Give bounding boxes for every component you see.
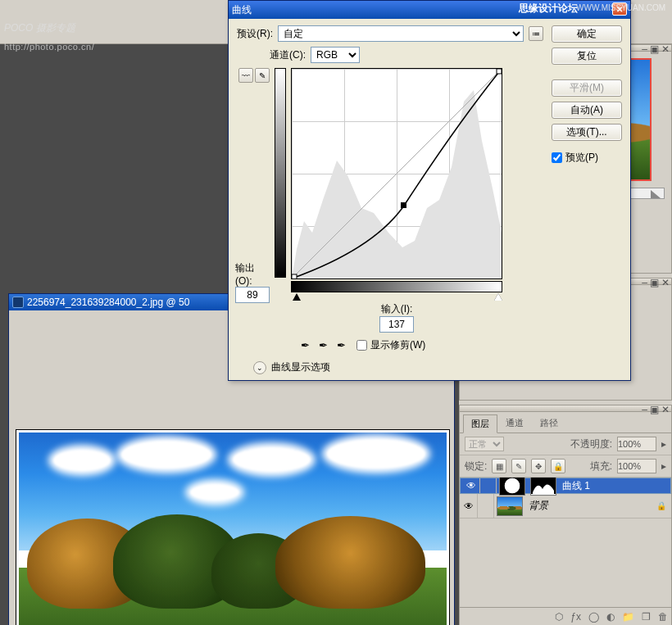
eye-icon: 👁 xyxy=(466,480,476,491)
output-gradient xyxy=(275,68,286,278)
landscape-image xyxy=(19,433,447,625)
tab-channels[interactable]: 通道 xyxy=(497,414,532,433)
dialog-title: 曲线 xyxy=(232,3,252,17)
display-options-label: 曲线显示选项 xyxy=(271,360,330,374)
layer-list: 👁 曲线 1 👁 背景 🔒 xyxy=(460,478,671,609)
preset-label: 预设(R): xyxy=(237,27,273,41)
pencil-tool-icon[interactable]: ✎ xyxy=(255,68,270,83)
curves-dialog[interactable]: 曲线 ✕ 预设(R): 自定 ≔ 通道(C): RGB 〰 ✎ xyxy=(228,0,631,381)
input-label: 输入(I): xyxy=(381,302,413,316)
mask-icon[interactable]: ◯ xyxy=(588,611,599,623)
black-point-handle[interactable] xyxy=(293,293,301,301)
adjustment-icon[interactable]: ◐ xyxy=(606,611,615,623)
mask-thumb xyxy=(530,478,556,496)
app-root: POCO 摄影专题 http://photo.poco.cn/ 思缘设计论坛 W… xyxy=(0,0,672,625)
options-button[interactable]: 选项(T)... xyxy=(552,124,622,141)
output-input[interactable] xyxy=(235,287,270,303)
doc-title: 2256974_231639284000_2.jpg @ 50 xyxy=(27,297,189,308)
doc-icon xyxy=(12,297,24,308)
curve-tool-icon[interactable]: 〰 xyxy=(238,68,253,83)
black-dropper-icon[interactable]: ✒ xyxy=(297,337,312,352)
svg-rect-3 xyxy=(292,274,297,279)
layers-panel[interactable]: –▣✕ 图层 通道 路径 正常 不透明度: ▸ 锁定: ▦ ✎ ✥ 🔒 填充: … xyxy=(459,405,672,625)
watermark-brand: POCO 摄影专题 xyxy=(4,22,75,34)
expand-options-button[interactable]: ⌄ xyxy=(253,361,266,374)
auto-button[interactable]: 自动(A) xyxy=(552,102,622,119)
forum-url: WWW.MISSYUAN.COM xyxy=(576,3,665,12)
svg-rect-4 xyxy=(497,69,502,74)
new-layer-icon[interactable]: ❐ xyxy=(642,611,651,623)
opacity-arrow-icon[interactable]: ▸ xyxy=(661,438,666,450)
group-icon[interactable]: 📁 xyxy=(622,611,634,623)
layers-footer: ⬡ ƒx ◯ ◐ 📁 ❐ 🗑 xyxy=(460,607,671,625)
layer-thumb xyxy=(497,496,523,516)
image-canvas[interactable] xyxy=(16,429,450,625)
white-point-handle[interactable] xyxy=(494,293,502,301)
trash-icon[interactable]: 🗑 xyxy=(658,611,668,623)
ok-button[interactable]: 确定 xyxy=(552,25,622,43)
eye-icon: 👁 xyxy=(464,500,474,512)
opacity-input[interactable] xyxy=(617,437,656,451)
smooth-button[interactable]: 平滑(M) xyxy=(552,79,622,97)
show-clipping-checkbox[interactable]: 显示修剪(W) xyxy=(356,338,425,352)
output-label: 输出(O): xyxy=(235,261,270,287)
lock-paint-icon[interactable]: ✎ xyxy=(511,459,526,473)
tab-layers[interactable]: 图层 xyxy=(463,414,497,433)
preset-select[interactable]: 自定 xyxy=(278,25,524,42)
channel-label: 通道(C): xyxy=(270,48,306,62)
svg-line-1 xyxy=(292,69,502,279)
blend-mode-select[interactable]: 正常 xyxy=(465,437,504,451)
visibility-toggle[interactable]: 👁 xyxy=(462,478,480,493)
link-cell[interactable] xyxy=(478,494,494,518)
svg-rect-2 xyxy=(401,202,406,208)
channel-select[interactable]: RGB xyxy=(311,47,360,63)
lock-icon: 🔒 xyxy=(656,501,666,510)
layers-tabs: 图层 通道 路径 xyxy=(460,412,671,433)
fill-label: 填充: xyxy=(590,460,612,473)
preset-menu-icon[interactable]: ≔ xyxy=(529,26,543,41)
layer-name: 曲线 1 xyxy=(562,479,590,493)
fx-icon[interactable]: ƒx xyxy=(570,611,581,623)
forum-name: 思缘设计论坛 xyxy=(519,2,578,16)
preview-checkbox[interactable]: 预览(P) xyxy=(552,151,622,165)
curve-svg xyxy=(292,69,502,279)
gray-dropper-icon[interactable]: ✒ xyxy=(316,337,330,352)
watermark-url: http://photo.poco.cn/ xyxy=(4,42,94,52)
curve-graph[interactable] xyxy=(291,68,502,279)
tab-paths[interactable]: 路径 xyxy=(532,414,566,433)
fill-input[interactable] xyxy=(617,459,656,473)
input-gradient xyxy=(291,281,502,292)
lock-transparent-icon[interactable]: ▦ xyxy=(492,459,506,473)
watermark: POCO 摄影专题 http://photo.poco.cn/ xyxy=(4,16,94,54)
visibility-toggle[interactable]: 👁 xyxy=(460,494,478,518)
lock-move-icon[interactable]: ✥ xyxy=(531,459,546,473)
layer-name: 背景 xyxy=(529,499,548,513)
adjustment-thumb xyxy=(499,478,525,496)
opacity-label: 不透明度: xyxy=(570,437,612,451)
lock-label: 锁定: xyxy=(465,460,487,473)
white-dropper-icon[interactable]: ✒ xyxy=(334,337,348,352)
input-input[interactable] xyxy=(379,316,414,333)
layer-curves[interactable]: 👁 曲线 1 xyxy=(460,478,671,494)
fill-arrow-icon[interactable]: ▸ xyxy=(661,460,666,472)
link-cell[interactable] xyxy=(480,478,497,493)
link-layers-icon[interactable]: ⬡ xyxy=(555,611,563,623)
lock-all-icon[interactable]: 🔒 xyxy=(551,459,565,473)
cancel-button[interactable]: 复位 xyxy=(552,48,622,65)
layer-background[interactable]: 👁 背景 🔒 xyxy=(460,494,671,519)
